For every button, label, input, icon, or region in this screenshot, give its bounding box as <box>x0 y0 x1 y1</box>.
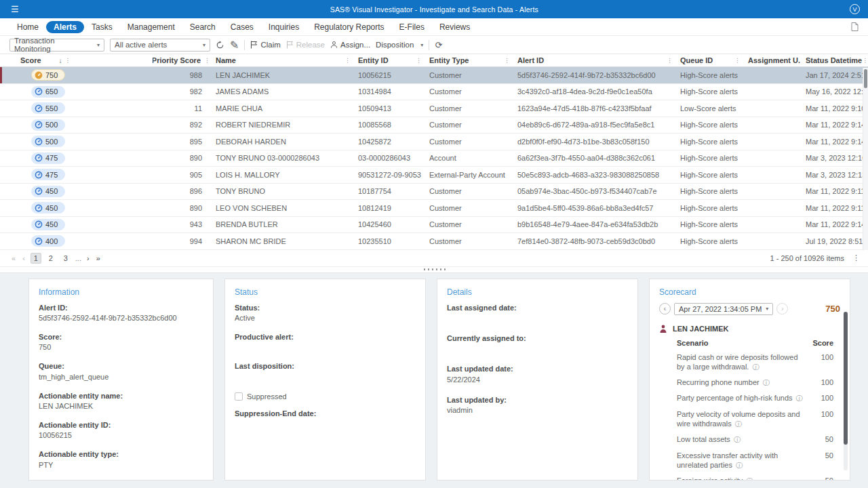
scorecard-prev-icon[interactable]: ‹ <box>659 303 671 314</box>
score-cell: 650 <box>0 86 153 98</box>
field-value: 750 <box>39 342 203 353</box>
refresh-icon[interactable]: ⟳ <box>435 41 442 49</box>
disposition-dropdown[interactable]: Disposition ▾ <box>376 41 423 49</box>
score-badge: 500 <box>31 119 65 131</box>
queue-filter-dropdown[interactable]: Transaction Monitoring▾ <box>9 39 104 52</box>
column-header-name[interactable]: Name⋮ <box>210 54 353 66</box>
status-datetime-cell: Mar 11, 2022 9:14:2 <box>800 220 868 228</box>
table-row[interactable]: 500 895 DEBORAH HARDEN 10425872 Customer… <box>0 134 868 150</box>
score-cell: 450 <box>0 202 153 214</box>
grid-scrollbar-thumb[interactable] <box>864 69 867 88</box>
claim-flag-icon <box>250 41 258 49</box>
column-header-score[interactable]: Score ↓ ⋮ <box>0 54 153 66</box>
table-row[interactable]: 450 890 LEO VON SCHEBEN 10812419 Custome… <box>0 200 868 217</box>
column-menu-icon[interactable]: ⋮ <box>667 57 673 64</box>
scorecard-date-dropdown[interactable]: Apr 27, 2022 1:34:05 PM ▾ <box>674 303 773 315</box>
nav-item[interactable]: Search <box>182 21 223 33</box>
nav-item[interactable]: Inquiries <box>261 21 307 33</box>
pagination-menu-icon[interactable]: ⋮ <box>852 253 860 262</box>
table-row[interactable]: 750 988 LEN JACHIMEK 10056215 Customer 5… <box>0 67 868 84</box>
column-header-entity-type[interactable]: Entity Type⋮ <box>424 54 512 66</box>
column-menu-icon[interactable]: ⋮ <box>416 57 422 64</box>
score-badge: 450 <box>31 219 65 230</box>
grid-scrollbar[interactable] <box>863 68 868 250</box>
information-panel: Information Alert ID: 5d5f3746-2592-414f… <box>28 279 214 481</box>
column-menu-icon[interactable]: ⋮ <box>65 57 71 64</box>
claim-button[interactable]: Claim <box>250 41 280 49</box>
page-button[interactable]: 2 <box>45 253 56 264</box>
score-cell: 400 <box>0 235 153 247</box>
page-button[interactable]: 3 <box>60 253 71 264</box>
table-row[interactable]: 550 11 MARIE CHUA 10509413 Customer 1623… <box>0 100 868 117</box>
scorecard-scrollbar-thumb[interactable] <box>844 312 848 445</box>
alert-id-cell: b9b16548-4e79-4aee-847a-e634fa53db2b <box>512 220 675 228</box>
column-header-priority-score[interactable]: Priority Score⋮ <box>153 54 210 66</box>
column-header-entity-id[interactable]: Entity ID⋮ <box>353 54 424 66</box>
edit-filter-icon[interactable]: ✎ <box>230 39 239 52</box>
nav-item[interactable]: Alerts <box>46 21 84 33</box>
scenario-name: Rapid cash or wire deposits followed by … <box>677 352 812 372</box>
score-badge: 500 <box>31 136 65 147</box>
reset-view-icon[interactable] <box>216 41 224 49</box>
column-menu-icon[interactable]: ⋮ <box>734 57 741 64</box>
report-panel-icon[interactable] <box>851 22 859 31</box>
entity-id-cell: 10235510 <box>353 237 424 245</box>
table-row[interactable]: 475 905 LOIS H. MALLORY 90531272-09-9053… <box>0 167 868 184</box>
table-row[interactable]: 400 994 SHARON MC BRIDE 10235510 Custome… <box>0 233 868 250</box>
field-group: Score: 750 <box>39 332 203 353</box>
entity-type-cell: Customer <box>424 87 512 96</box>
priority-score-cell: 890 <box>153 154 210 162</box>
alert-filter-dropdown[interactable]: All active alerts▾ <box>110 39 210 52</box>
field-value: Active <box>235 313 416 324</box>
name-cell: BRENDA BUTLER <box>210 220 353 228</box>
details-fields: Last assigned date: Currently assigned t… <box>447 303 628 417</box>
page-button[interactable]: 1 <box>31 253 41 264</box>
nav-item[interactable]: Home <box>9 21 46 33</box>
alert-id-cell: 3c4392c0-af18-4dea-9c2d-f9e0c1ea50fa <box>512 87 675 96</box>
user-avatar[interactable]: V <box>850 4 860 14</box>
scorecard-next-icon[interactable]: › <box>776 303 788 314</box>
status-datetime-cell: Mar 11, 2022 9:10:5 <box>800 104 868 113</box>
scenario-name: Party percentage of high-risk funds <box>677 393 812 403</box>
table-row[interactable]: 500 892 ROBERT NIEDREMIR 10085568 Custom… <box>0 117 868 134</box>
scorecard-scrollbar[interactable] <box>844 312 848 470</box>
first-page-icon[interactable]: « <box>8 254 19 262</box>
sort-desc-icon: ↓ <box>59 57 62 64</box>
next-page-icon[interactable]: › <box>83 254 93 262</box>
nav-item[interactable]: Reviews <box>432 21 477 33</box>
suppressed-checkbox[interactable] <box>235 392 243 401</box>
panel-splitter-handle[interactable] <box>0 266 868 272</box>
scenario-row: Foreign wire activity 50 <box>677 476 833 480</box>
name-cell: LEO VON SCHEBEN <box>210 204 353 212</box>
priority-score-cell: 892 <box>153 121 210 129</box>
score-badge: 650 <box>31 86 65 98</box>
assign-button[interactable]: Assign... <box>330 41 370 49</box>
table-row[interactable]: 475 890 TONY BRUNO 03-0000286043 03-0000… <box>0 150 868 167</box>
hamburger-menu-icon[interactable]: ☰ <box>11 5 19 14</box>
nav-item[interactable]: Tasks <box>84 21 120 33</box>
column-header-queue-id[interactable]: Queue ID⋮ <box>675 54 743 66</box>
gauge-icon <box>35 204 43 212</box>
column-menu-icon[interactable]: ⋮ <box>344 57 351 64</box>
field-label: Suppression-End date: <box>235 409 416 419</box>
nav-item[interactable]: Regulatory Reports <box>307 21 391 33</box>
gauge-icon <box>35 71 43 79</box>
nav-item[interactable]: Management <box>120 21 182 33</box>
column-header-assignment-user[interactable]: Assignment U...⋮ <box>743 54 800 66</box>
release-button[interactable]: Release <box>286 41 325 49</box>
table-row[interactable]: 650 982 JAMES ADAMS 10314984 Customer 3c… <box>0 84 868 101</box>
items-range-label: 1 - 250 of 10926 items <box>770 254 844 262</box>
nav-item[interactable]: E-Files <box>392 21 432 33</box>
alert-id-cell: 5d5f3746-2592-414f-9b72-b35332bc6d00 <box>512 71 675 79</box>
pagination-bar: « ‹ 1 2 3 ... › » 1 - 250 of 10926 items… <box>0 250 868 266</box>
table-row[interactable]: 450 943 BRENDA BUTLER 10425460 Customer … <box>0 217 868 234</box>
table-row[interactable]: 450 896 TONY BRUNO 10187754 Customer 05a… <box>0 184 868 201</box>
column-menu-icon[interactable]: ⋮ <box>204 57 210 64</box>
column-header-status-datetime[interactable]: Status Datetime⋮ <box>800 54 868 66</box>
column-header-alert-id[interactable]: Alert ID⋮ <box>512 54 675 66</box>
nav-item[interactable]: Cases <box>223 21 261 33</box>
prev-page-icon[interactable]: ‹ <box>19 254 28 262</box>
column-menu-icon[interactable]: ⋮ <box>862 57 868 64</box>
last-page-icon[interactable]: » <box>93 254 104 262</box>
column-menu-icon[interactable]: ⋮ <box>504 57 510 64</box>
